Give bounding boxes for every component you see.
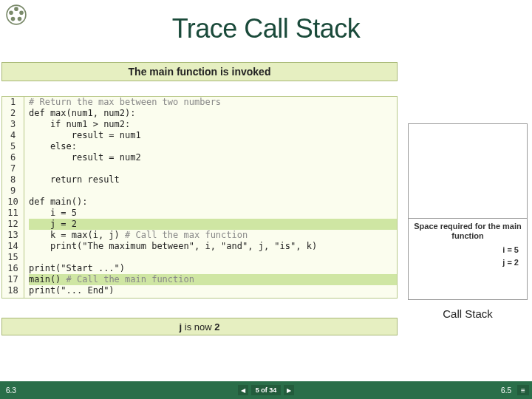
code-lines: # Return the max between two numbers def… — [24, 97, 397, 296]
frame-title: Space required for the main function — [411, 222, 525, 241]
code-line: result = num2 — [29, 152, 397, 163]
code-line: else: — [29, 141, 397, 152]
code-line: def main(): — [29, 197, 397, 208]
banner: The main function is invoked — [1, 62, 398, 81]
code-line: return result — [29, 174, 397, 185]
code-line-highlight: main() # Call the main function — [29, 274, 397, 285]
svg-point-1 — [14, 7, 18, 11]
call-stack-label: Call Stack — [408, 307, 528, 320]
code-line: print("The maximum between", i, "and", j… — [29, 241, 397, 252]
line-number-gutter: 1 2 3 4 5 6 7 8 9 10 11 12 13 14 15 16 1… — [2, 97, 24, 298]
code-line: # Return the max between two numbers — [29, 97, 397, 108]
nav-controls: ◀ 5 of 34 ▶ — [0, 385, 532, 395]
code-line — [29, 185, 397, 197]
code-line: print("... End") — [29, 285, 397, 296]
stack-frame-main: Space required for the main function i =… — [409, 218, 527, 299]
footer: 6.3 ◀ 5 of 34 ▶ 6.5 ≡ — [0, 381, 532, 399]
code-line: i = 5 — [29, 208, 397, 219]
code-line: result = num1 — [29, 130, 397, 141]
code-line: print("Start ...") — [29, 263, 397, 274]
status-banner: j is now 2 — [1, 318, 398, 335]
ref-number: 6.5 — [501, 386, 511, 395]
code-line: if num1 > num2: — [29, 119, 397, 130]
code-line: def max(num1, num2): — [29, 108, 397, 119]
code-line: k = max(i, j) # Call the max function — [29, 230, 397, 241]
frame-var: j = 2 — [502, 258, 519, 267]
menu-button[interactable]: ≡ — [517, 385, 529, 395]
call-stack-box: Space required for the main function i =… — [408, 123, 528, 300]
slide-position: 5 of 34 — [251, 385, 282, 395]
next-button[interactable]: ▶ — [284, 385, 294, 395]
prev-button[interactable]: ◀ — [238, 385, 248, 395]
page-title: Trace Call Stack — [0, 13, 532, 44]
code-block: 1 2 3 4 5 6 7 8 9 10 11 12 13 14 15 16 1… — [1, 96, 398, 299]
code-line — [29, 163, 397, 174]
code-line — [29, 252, 397, 263]
code-line-highlight: j = 2 — [29, 219, 397, 230]
frame-var: i = 5 — [502, 245, 519, 255]
